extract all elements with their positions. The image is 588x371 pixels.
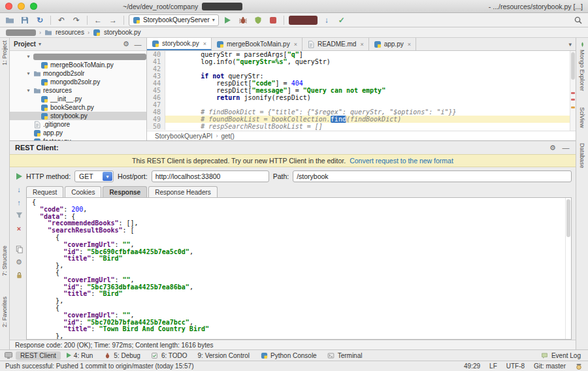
file-encoding-selector[interactable]: UTF-8 — [506, 363, 525, 370]
code-line[interactable]: 43 if not queryStr: — [147, 73, 570, 80]
toolwindow-button-terminal[interactable]: Terminal — [323, 351, 367, 360]
line-number[interactable]: 49 — [147, 116, 165, 123]
code-line[interactable]: 49 # foundBookList = bookCollection.find… — [147, 116, 570, 123]
code-line[interactable]: 48 # findBookDict = {"title": {"$regex":… — [147, 108, 570, 116]
minimize-window-button[interactable] — [18, 3, 25, 10]
toolwindow-button-sciview[interactable]: SciView — [579, 107, 585, 128]
project-tree[interactable]: ▾mergeBookToMain.py▾mongodb2solrmongodb2… — [10, 51, 146, 140]
save-all-icon[interactable] — [19, 14, 31, 26]
convert-request-link[interactable]: Convert request to the new format — [350, 157, 453, 165]
run-icon[interactable] — [222, 14, 234, 26]
line-number[interactable]: 45 — [147, 87, 165, 94]
vcs-commit-icon[interactable]: ✓ — [336, 14, 348, 26]
copy-response-icon[interactable] — [14, 244, 24, 254]
run-config-selector[interactable]: StorybookQueryServer ▾ — [129, 14, 219, 26]
close-tab-icon[interactable]: × — [294, 41, 297, 48]
expand-arrow-icon[interactable]: ▾ — [25, 71, 31, 76]
line-number[interactable]: 43 — [147, 73, 165, 80]
line-number[interactable]: 46 — [147, 94, 165, 101]
back-icon[interactable]: ← — [92, 14, 104, 26]
expand-arrow-icon[interactable]: ▾ — [25, 54, 31, 59]
expand-arrow-icon[interactable]: ▾ — [25, 88, 31, 93]
line-number[interactable]: 40 — [147, 51, 165, 58]
debug-icon[interactable] — [237, 14, 249, 26]
code-editor[interactable]: 40 queryStr = parsedArgs["q"]41 log.info… — [147, 51, 570, 131]
line-number[interactable]: 48 — [147, 108, 165, 116]
toolwindow-button-version-control[interactable]: 9: Version Control — [193, 351, 255, 360]
tab-list-icon[interactable]: ▾ — [564, 38, 576, 50]
editor-tab[interactable]: app.py× — [369, 38, 416, 50]
code-line[interactable]: 47 — [147, 101, 570, 108]
toolwindow-button-run[interactable]: 4: Run — [62, 351, 97, 360]
toolwindow-button-favorites[interactable]: 2: Favorites — [1, 297, 8, 327]
gear-icon[interactable]: ⚙ — [122, 40, 131, 48]
line-number[interactable]: 41 — [147, 58, 165, 65]
toolwindow-button-project[interactable]: 1: Project — [1, 40, 8, 65]
toolwindow-button-debug[interactable]: 5: Debug — [99, 351, 145, 360]
coverage-icon[interactable] — [252, 14, 264, 26]
stop-icon[interactable] — [267, 14, 279, 26]
code-line[interactable]: 41 log.info("queryStr=%s", queryStr) — [147, 58, 570, 65]
close-tab-icon[interactable]: × — [203, 40, 206, 47]
close-tab-icon[interactable]: × — [360, 41, 363, 48]
toolwindow-button-mongo-explorer[interactable]: Mongo Explorer — [579, 42, 585, 91]
breadcrumb-resources[interactable]: resources — [56, 29, 84, 36]
tree-item[interactable]: ▾resources — [10, 86, 146, 95]
tree-item-redacted[interactable]: ▾ — [10, 52, 146, 61]
filter-icon[interactable] — [14, 210, 24, 220]
forward-icon[interactable]: → — [107, 14, 119, 26]
http-method-select[interactable]: GET ▾ — [74, 170, 114, 182]
run-request-button[interactable] — [14, 171, 24, 181]
warning-stripe-mark[interactable] — [571, 106, 575, 108]
path-input[interactable] — [293, 170, 572, 182]
editor-scrollbar[interactable] — [570, 51, 576, 131]
search-everywhere-icon[interactable] — [572, 14, 584, 26]
tab-response-headers[interactable]: Response Headers — [148, 186, 218, 197]
line-number[interactable]: 47 — [147, 101, 165, 108]
export-request-icon[interactable]: ↑ — [14, 197, 24, 207]
zoom-window-button[interactable] — [30, 3, 37, 10]
toolwindow-button-rest-client[interactable]: REST Client — [16, 351, 61, 360]
chevron-down-icon[interactable]: ▾ — [39, 41, 41, 47]
breadcrumb-method[interactable]: get() — [221, 133, 235, 140]
tree-item[interactable]: app.py — [10, 129, 146, 137]
hide-panel-icon[interactable]: — — [561, 144, 570, 152]
toolwindow-button-todo[interactable]: 6: TODO — [146, 351, 192, 360]
code-line[interactable]: 44 respDict["code"] = 404 — [147, 80, 570, 87]
toolwindow-button-database[interactable]: Database — [579, 143, 585, 169]
error-stripe-mark[interactable] — [571, 92, 575, 94]
tab-response[interactable]: Response — [103, 186, 147, 197]
tab-request[interactable]: Request — [26, 186, 63, 197]
redo-icon[interactable]: ↷ — [71, 14, 82, 26]
line-number[interactable]: 50 — [147, 123, 165, 130]
scrollbar-thumb[interactable] — [571, 52, 575, 80]
code-line[interactable]: 45 respDict["message"] = "Query can not … — [147, 87, 570, 94]
caret-position[interactable]: 49:29 — [464, 363, 480, 370]
tab-cookies[interactable]: Cookies — [65, 186, 101, 197]
scrollbar-thumb[interactable] — [566, 199, 570, 237]
editor-tab[interactable]: mergeBookToMain.py× — [212, 38, 302, 50]
tree-item[interactable]: mongodb2solr.py — [10, 78, 146, 86]
editor-tab[interactable]: storybook.py× — [147, 38, 212, 50]
toolwindow-switcher-icon[interactable] — [3, 349, 14, 361]
tree-item[interactable]: mergeBookToMain.py — [10, 61, 146, 69]
close-window-button[interactable] — [5, 3, 12, 10]
response-area[interactable]: { "code": 200, "data": { "recommendedBoo… — [26, 197, 572, 340]
tree-item[interactable]: bookSearch.py — [10, 103, 146, 112]
git-branch-widget[interactable]: Git: master — [534, 363, 566, 370]
undo-icon[interactable]: ↶ — [56, 14, 67, 26]
event-log-button[interactable]: Event Log — [536, 351, 585, 360]
host-input[interactable] — [152, 170, 269, 182]
tree-item[interactable]: .gitignore — [10, 120, 146, 129]
line-number[interactable]: 42 — [147, 65, 165, 73]
error-stripe-mark[interactable] — [571, 99, 575, 101]
synchronize-icon[interactable]: ↻ — [34, 14, 46, 26]
response-scrollbar[interactable] — [565, 198, 571, 339]
open-icon[interactable] — [4, 14, 16, 26]
gear-icon[interactable]: ⚙ — [548, 144, 557, 152]
close-tab-icon[interactable]: × — [408, 41, 411, 48]
tree-item[interactable]: factory.py — [10, 137, 146, 140]
import-request-icon[interactable]: ↓ — [14, 184, 24, 194]
hide-panel-icon[interactable]: — — [133, 40, 142, 48]
settings-icon[interactable]: ⚙ — [14, 257, 24, 267]
